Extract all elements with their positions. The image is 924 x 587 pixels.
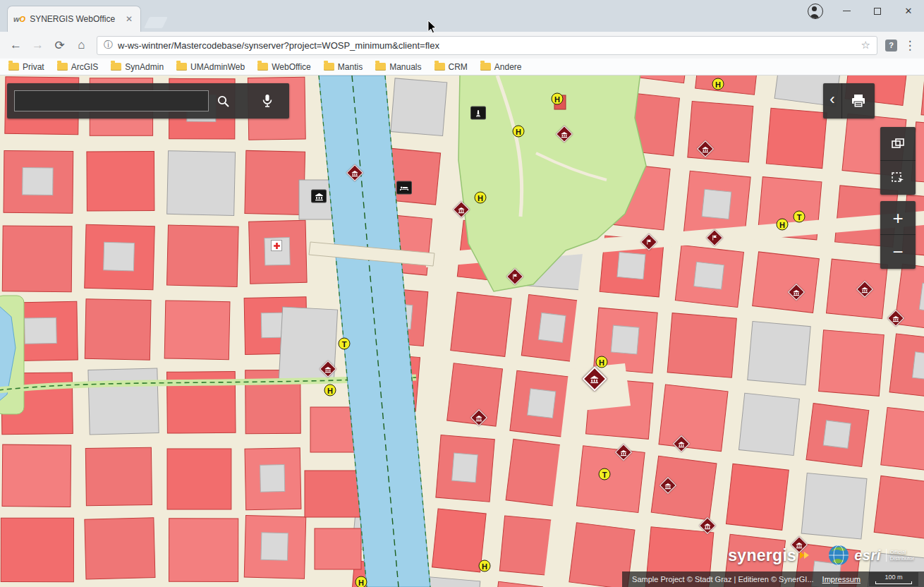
synergis-arrow-icon [798, 550, 810, 561]
zoom-out-button[interactable]: − [880, 235, 916, 269]
minimize-icon [843, 11, 851, 11]
bookmark-label: Manuals [389, 62, 421, 72]
bookmarks-bar: Privat ArcGIS SynAdmin UMAdminWeb WebOff… [0, 59, 924, 75]
bookmark-item-weboffice[interactable]: WebOffice [257, 62, 311, 72]
collapse-panel-button[interactable]: ‹ [823, 83, 842, 119]
esri-globe-icon [828, 545, 849, 566]
esri-wordmark: esri [854, 547, 881, 564]
bookmark-label: ArcGIS [71, 62, 99, 72]
marker-hotel[interactable]: H [324, 385, 336, 397]
marker-hotel[interactable]: H [479, 560, 491, 572]
forward-button[interactable]: → [28, 35, 48, 56]
zoom-in-button[interactable]: + [880, 201, 916, 235]
synergis-wordmark: synergis [728, 546, 796, 565]
impressum-link[interactable]: Impressum [822, 575, 861, 583]
synergis-logo: synergis [728, 546, 810, 565]
bookmark-item-synadmin[interactable]: SynAdmin [111, 62, 164, 72]
marker-hotel[interactable]: H [355, 576, 367, 587]
back-button[interactable]: ← [6, 35, 26, 56]
marker-transit[interactable]: T [599, 468, 611, 480]
tab-close-icon[interactable]: ✕ [123, 13, 135, 25]
marker-hotel[interactable]: H [596, 356, 608, 368]
address-bar[interactable]: ⓘ w-ws-wintner/Mastercodebase/synserver?… [97, 36, 877, 55]
frames-icon [890, 137, 906, 151]
bookmark-star-icon[interactable]: ☆ [861, 39, 870, 52]
close-button[interactable]: ✕ [893, 0, 924, 22]
voice-search-button[interactable] [253, 87, 282, 115]
bookmark-item-andere[interactable]: Andere [480, 62, 522, 72]
printer-icon [851, 94, 866, 108]
marker-monument[interactable] [470, 107, 486, 120]
select-area-icon [890, 171, 906, 185]
map-tools-group [880, 127, 916, 195]
map-viewport[interactable]: HHHHHHHHHTTT ‹ [0, 75, 924, 587]
bookmark-item-arcgis[interactable]: ArcGIS [57, 62, 99, 72]
profile-icon[interactable] [800, 0, 831, 22]
folder-icon [111, 63, 121, 71]
url-text[interactable]: w-ws-wintner/Mastercodebase/synserver?pr… [118, 40, 856, 51]
marker-transit[interactable]: T [794, 211, 806, 223]
scale-line [875, 581, 912, 584]
bookmark-label: SynAdmin [125, 62, 164, 72]
folder-icon [8, 63, 19, 71]
topright-toolbar: ‹ [823, 83, 875, 119]
esri-tagline: Official Distributor [886, 549, 914, 562]
select-tool-button[interactable] [880, 161, 916, 195]
bookmark-label: WebOffice [272, 62, 311, 72]
reload-button[interactable]: ⟳ [49, 35, 70, 56]
microphone-icon [262, 94, 273, 108]
bookmark-label: Privat [23, 62, 44, 72]
overview-map-button[interactable] [880, 127, 916, 161]
map-search-input[interactable] [14, 90, 209, 111]
tab-title: SYNERGIS WebOffice [30, 14, 123, 24]
titlebar: wO SYNERGIS WebOffice ✕ ✕ [0, 0, 924, 32]
folder-icon [257, 63, 268, 71]
scale-bar: 100 m [869, 572, 918, 586]
bookmark-label: CRM [449, 62, 468, 72]
browser-toolbar: ← → ⟳ ⌂ ⓘ w-ws-wintner/Mastercodebase/sy… [0, 32, 924, 59]
marker-hotel[interactable]: H [552, 93, 564, 105]
bookmark-label: UMAdminWeb [190, 62, 245, 72]
zoom-control: + − [880, 201, 916, 269]
print-button[interactable] [842, 83, 875, 119]
marker-hotel[interactable]: H [712, 78, 724, 90]
city-basemap[interactable] [0, 75, 924, 587]
marker-transit[interactable]: T [339, 338, 351, 350]
search-button[interactable] [209, 87, 237, 115]
browser-window: wO SYNERGIS WebOffice ✕ ✕ ← → ⟳ ⌂ ⓘ w-ws… [0, 0, 924, 587]
marker-hotel[interactable]: H [777, 219, 789, 231]
chrome-menu-icon[interactable]: ⋮ [901, 38, 918, 53]
extension-help-icon[interactable]: ? [885, 40, 897, 52]
marker-hotel[interactable]: H [513, 126, 525, 138]
weboffice-favicon: wO [13, 16, 25, 23]
folder-icon [57, 63, 68, 71]
new-tab-button[interactable] [144, 17, 168, 28]
marker-pharmacy[interactable] [271, 240, 282, 251]
bookmark-item-mantis[interactable]: Mantis [324, 62, 363, 72]
search-icon [217, 95, 230, 108]
scale-label: 100 m [885, 574, 902, 581]
marker-museum-black[interactable] [311, 190, 327, 203]
folder-icon [176, 63, 187, 71]
folder-icon [324, 63, 334, 71]
maximize-button[interactable] [862, 0, 893, 22]
avatar [808, 4, 823, 19]
home-button[interactable]: ⌂ [71, 35, 92, 56]
marker-bed[interactable] [396, 181, 412, 195]
page-info-icon[interactable]: ⓘ [104, 39, 113, 52]
bookmark-item-umadminweb[interactable]: UMAdminWeb [176, 62, 245, 72]
copyright-text: Sample Project © Stadt Graz | Editieren … [632, 575, 814, 583]
browser-tab[interactable]: wO SYNERGIS WebOffice ✕ [7, 6, 141, 32]
map-search-panel [7, 83, 289, 119]
bookmark-item-crm[interactable]: CRM [434, 62, 468, 72]
marker-hotel[interactable]: H [475, 192, 487, 204]
logo-area: synergis esri Official Distributor [728, 545, 914, 566]
bookmark-item-manuals[interactable]: Manuals [375, 62, 421, 72]
bookmark-item-privat[interactable]: Privat [8, 62, 44, 72]
minimize-button[interactable] [831, 0, 862, 22]
window-controls: ✕ [800, 0, 924, 22]
folder-icon [434, 63, 445, 71]
bookmark-label: Mantis [338, 62, 363, 72]
esri-logo: esri Official Distributor [828, 545, 914, 566]
map-statusbar: Sample Project © Stadt Graz | Editieren … [622, 571, 924, 587]
